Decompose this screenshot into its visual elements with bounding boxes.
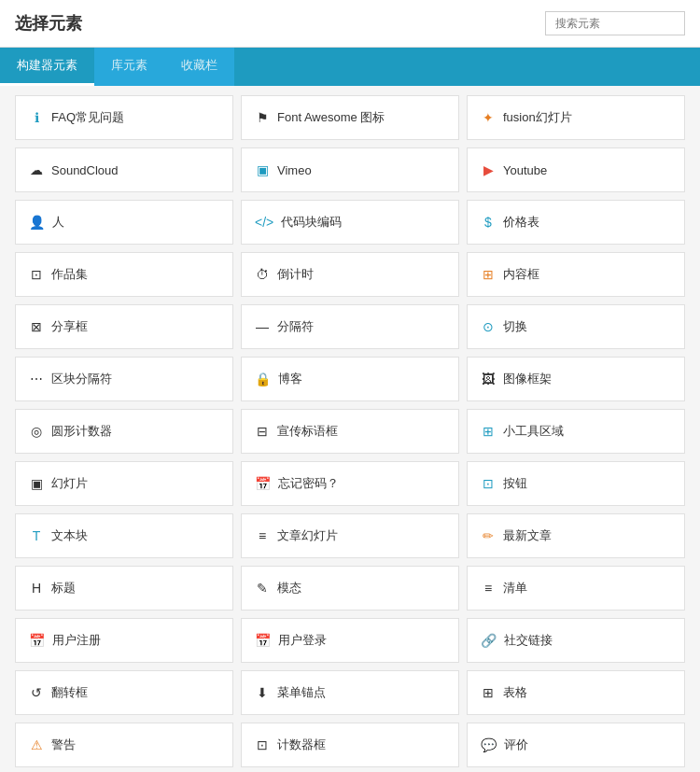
list-item[interactable]: ⊠分享框 [15, 304, 233, 349]
list-item[interactable]: ☁SoundCloud [15, 147, 233, 192]
element-label: 清单 [503, 580, 527, 597]
list-item[interactable]: ✎模态 [241, 566, 459, 611]
list-item[interactable]: ⚠警告 [15, 723, 233, 767]
list-item[interactable]: ✦fusion幻灯片 [467, 95, 685, 140]
list-item[interactable]: ⊞小工具区域 [467, 409, 685, 454]
list-item[interactable]: 🔒博客 [241, 357, 459, 401]
element-icon: </> [255, 215, 273, 230]
element-label: 模态 [277, 580, 301, 597]
list-item[interactable]: ⬇菜单锚点 [241, 670, 459, 715]
element-icon: — [255, 319, 270, 334]
element-label: 区块分隔符 [51, 371, 112, 387]
list-item[interactable]: ⊡按钮 [467, 461, 685, 506]
list-item[interactable]: ⏱倒计时 [241, 252, 459, 297]
element-label: 圆形计数器 [51, 423, 112, 440]
list-item[interactable]: 💬评价 [467, 723, 685, 767]
element-icon: ▶ [481, 162, 496, 177]
page-title: 选择元素 [15, 12, 82, 35]
element-label: 翻转框 [51, 684, 88, 701]
list-item[interactable]: ⊡计数器框 [241, 723, 459, 767]
list-item[interactable]: ▣幻灯片 [15, 461, 233, 506]
element-icon: 🖼 [481, 372, 496, 386]
list-item[interactable]: 📅忘记密码？ [241, 461, 459, 506]
list-item[interactable]: 📅用户登录 [241, 618, 459, 663]
list-item[interactable]: ≡清单 [467, 566, 685, 611]
list-item[interactable]: ⊞内容框 [467, 252, 685, 297]
element-label: 按钮 [503, 475, 527, 492]
list-item[interactable]: T文本块 [15, 513, 233, 558]
element-icon: ⊞ [481, 685, 496, 700]
element-label: 文章幻灯片 [277, 527, 338, 544]
element-label: Youtube [503, 163, 547, 177]
element-label: 切换 [503, 318, 527, 335]
element-icon: 👤 [29, 215, 45, 230]
list-item[interactable]: ▣Vimeo [241, 147, 459, 192]
element-label: 标题 [51, 580, 76, 597]
element-label: 内容框 [503, 266, 539, 283]
list-item[interactable]: ≡文章幻灯片 [241, 513, 459, 558]
tab-2[interactable]: 收藏栏 [164, 48, 234, 86]
element-label: 博客 [278, 371, 302, 387]
element-icon: ✦ [481, 110, 496, 125]
element-icon: ▣ [29, 476, 44, 491]
element-label: 最新文章 [503, 527, 552, 544]
element-icon: ✎ [255, 581, 270, 596]
element-label: FAQ常见问题 [51, 109, 124, 126]
list-item[interactable]: ℹFAQ常见问题 [15, 95, 233, 140]
element-label: 菜单锚点 [277, 684, 326, 701]
element-label: 分隔符 [277, 318, 314, 335]
element-icon: ⊡ [481, 476, 496, 491]
element-label: 代码块编码 [281, 214, 342, 231]
element-icon: H [29, 581, 44, 596]
element-label: 幻灯片 [51, 475, 88, 492]
element-icon: ⊠ [29, 319, 44, 334]
element-icon: ⊞ [481, 267, 496, 282]
tab-bar: 构建器元素库元素收藏栏 [0, 48, 700, 86]
tab-0[interactable]: 构建器元素 [0, 48, 94, 86]
element-label: 计数器框 [277, 737, 326, 753]
list-item[interactable]: </>代码块编码 [241, 200, 459, 245]
list-item[interactable]: 🖼图像框架 [467, 357, 685, 401]
element-label: Vimeo [277, 163, 312, 177]
list-item[interactable]: —分隔符 [241, 304, 459, 349]
element-icon: ✏ [481, 528, 496, 543]
list-item[interactable]: 📅用户注册 [15, 618, 233, 663]
element-label: 表格 [503, 684, 527, 701]
element-label: 警告 [51, 737, 76, 753]
list-item[interactable]: 👤人 [15, 200, 233, 245]
element-label: 分享框 [51, 318, 88, 335]
list-item[interactable]: ⊞表格 [467, 670, 685, 715]
element-label: 图像框架 [503, 371, 552, 387]
element-label: 价格表 [503, 214, 539, 231]
element-icon: ↺ [29, 685, 44, 700]
element-icon: ⬇ [255, 685, 270, 700]
list-item[interactable]: ◎圆形计数器 [15, 409, 233, 454]
element-icon: ⊙ [481, 319, 496, 334]
list-item[interactable]: ⚑Font Awesome 图标 [241, 95, 459, 140]
page-header: 选择元素 [0, 0, 700, 48]
list-item[interactable]: ▶Youtube [467, 147, 685, 192]
list-item[interactable]: ⋯区块分隔符 [15, 357, 233, 401]
list-item[interactable]: H标题 [15, 566, 233, 611]
element-label: 忘记密码？ [278, 475, 339, 492]
list-item[interactable]: ⊡作品集 [15, 252, 233, 297]
element-label: 文本块 [51, 527, 88, 544]
list-item[interactable]: 🔗社交链接 [467, 618, 685, 663]
element-icon: T [29, 528, 44, 543]
tab-1[interactable]: 库元素 [94, 48, 164, 86]
element-grid: ℹFAQ常见问题⚑Font Awesome 图标✦fusion幻灯片☁Sound… [15, 95, 685, 772]
list-item[interactable]: ↺翻转框 [15, 670, 233, 715]
search-input[interactable] [545, 11, 685, 35]
element-label: 作品集 [51, 266, 88, 283]
element-icon: ⚠ [29, 737, 44, 752]
element-icon: 🔒 [255, 372, 271, 386]
list-item[interactable]: ⊟宣传标语框 [241, 409, 459, 454]
element-icon: ⚑ [255, 110, 270, 125]
element-icon: ⊟ [255, 424, 270, 439]
list-item[interactable]: ⊙切换 [467, 304, 685, 349]
element-icon: ℹ [29, 110, 44, 125]
element-icon: ⏱ [255, 267, 270, 282]
list-item[interactable]: ✏最新文章 [467, 513, 685, 558]
element-icon: 💬 [481, 737, 497, 752]
list-item[interactable]: $价格表 [467, 200, 685, 245]
